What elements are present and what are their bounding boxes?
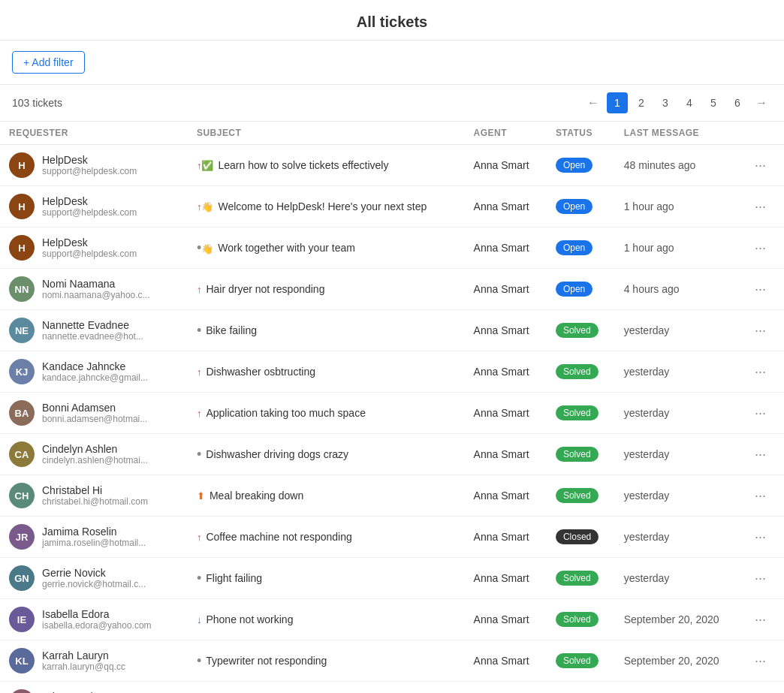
prev-page-button[interactable]: ← <box>583 92 604 113</box>
more-options-button[interactable]: ··· <box>750 280 770 299</box>
table-row[interactable]: KL Karrah Lauryn karrah.lauryn@qq.cc • T… <box>0 640 784 682</box>
more-options-button[interactable]: ··· <box>750 445 770 464</box>
page-3-button[interactable]: 3 <box>655 92 676 113</box>
status-badge: Solved <box>556 653 599 668</box>
subject-text: Dishwasher osbtructing <box>206 366 315 378</box>
table-row[interactable]: GN Gerrie Novick gerrie.novick@hotmail.c… <box>0 558 784 599</box>
more-options-button[interactable]: ··· <box>750 404 770 423</box>
table-row[interactable]: CH Christabel Hi christabel.hi@hotmail.c… <box>0 475 784 517</box>
agent-cell: Anna Smart <box>465 227 547 269</box>
subject-text: Dishwasher driving dogs crazy <box>206 448 348 460</box>
more-options-button[interactable]: ··· <box>750 652 770 670</box>
table-row[interactable]: H HelpDesk support@helpdesk.com ↑✅ Learn… <box>0 145 784 186</box>
subject-cell: ⬆ Meal breaking down <box>197 490 437 502</box>
more-options-button[interactable]: ··· <box>750 487 770 505</box>
pagination: ← 1 2 3 4 5 6 → <box>583 92 772 113</box>
requester-info: Isabella Edora isabella.edora@yahoo.com <box>42 608 152 631</box>
requester-name: Jamima Roselin <box>42 526 146 538</box>
status-cell: Open <box>547 186 615 227</box>
table-row[interactable]: NN Nomi Naamana nomi.naamana@yahoo.c... … <box>0 269 784 310</box>
requester-info: HelpDesk support@helpdesk.com <box>42 154 137 176</box>
status-cell: Solved <box>547 640 615 682</box>
page-1-button[interactable]: 1 <box>607 92 628 113</box>
subject-cell: •👋 Work together with your team <box>197 241 437 255</box>
status-cell: Solved <box>547 351 615 393</box>
table-row[interactable]: CA Cindelyn Ashlen cindelyn.ashlen@hotma… <box>0 434 784 475</box>
table-row[interactable]: BA Bonni Adamsen bonni.adamsen@hotmai...… <box>0 393 784 434</box>
agent-cell: Anna Smart <box>465 640 547 682</box>
tickets-table: REQUESTER SUBJECT AGENT STATUS LAST MESS… <box>0 122 784 693</box>
requester-cell: ES Edy Stoneham edy.stoneham@yahoo.com <box>9 689 179 693</box>
status-badge: Solved <box>556 364 599 379</box>
page-2-button[interactable]: 2 <box>631 92 652 113</box>
more-options-button[interactable]: ··· <box>750 363 770 381</box>
subject-cell: • Flight failing <box>197 571 437 585</box>
priority-icon: • <box>197 447 201 461</box>
more-options-button[interactable]: ··· <box>750 610 770 629</box>
priority-icon: ↓ <box>197 613 202 625</box>
subject-cell: ↑ Coffee machine not responding <box>197 531 437 543</box>
status-badge: Solved <box>556 447 599 462</box>
more-options-button[interactable]: ··· <box>750 528 770 547</box>
table-row[interactable]: JR Jamima Roselin jamima.roselin@hotmail… <box>0 517 784 558</box>
requester-email: karrah.lauryn@qq.cc <box>42 661 125 672</box>
more-options-button[interactable]: ··· <box>750 239 770 258</box>
avatar: BA <box>9 400 35 426</box>
requester-name: HelpDesk <box>42 237 137 249</box>
requester-email: support@helpdesk.com <box>42 207 137 218</box>
actions-cell: ··· <box>741 640 784 682</box>
add-filter-button[interactable]: + Add filter <box>12 51 85 74</box>
subject-text: Learn how to solve tickets effectively <box>218 159 388 171</box>
page-6-button[interactable]: 6 <box>727 92 748 113</box>
priority-icon: ↑ <box>197 366 202 378</box>
page-header: All tickets <box>0 0 784 41</box>
table-row[interactable]: NE Nannette Evadnee nannette.evadnee@hot… <box>0 310 784 351</box>
next-page-button[interactable]: → <box>751 92 772 113</box>
page-5-button[interactable]: 5 <box>703 92 724 113</box>
agent-cell: Anna Smart <box>465 145 547 186</box>
requester-cell: IE Isabella Edora isabella.edora@yahoo.c… <box>9 607 179 632</box>
actions-cell: ··· <box>741 145 784 186</box>
requester-cell: GN Gerrie Novick gerrie.novick@hotmail.c… <box>9 565 179 591</box>
status-cell: Open <box>547 145 615 186</box>
requester-name: Isabella Edora <box>42 608 152 620</box>
subject-cell: ↑👋 Welcome to HelpDesk! Here's your next… <box>197 200 437 212</box>
last-message-cell: September 20, 2020 <box>615 682 741 694</box>
last-message-cell: yesterday <box>615 351 741 393</box>
requester-name: HelpDesk <box>42 195 137 207</box>
table-row[interactable]: H HelpDesk support@helpdesk.com ↑👋 Welco… <box>0 186 784 227</box>
last-message-cell: September 20, 2020 <box>615 599 741 640</box>
table-row[interactable]: KJ Kandace Jahncke kandace.jahncke@gmail… <box>0 351 784 393</box>
requester-name: Nannette Evadnee <box>42 319 143 331</box>
add-filter-label: + Add filter <box>23 56 74 68</box>
last-message-cell: 1 hour ago <box>615 227 741 269</box>
status-cell: Open <box>547 227 615 269</box>
requester-email: nomi.naamana@yahoo.c... <box>42 290 150 300</box>
table-row[interactable]: ES Edy Stoneham edy.stoneham@yahoo.com ⬆… <box>0 682 784 694</box>
last-message-cell: yesterday <box>615 310 741 351</box>
actions-cell: ··· <box>741 186 784 227</box>
status-cell: Closed <box>547 517 615 558</box>
page-4-button[interactable]: 4 <box>679 92 700 113</box>
subject-text: Phone not working <box>206 613 293 625</box>
priority-icon: ↑ <box>197 407 202 419</box>
more-options-button[interactable]: ··· <box>750 156 770 175</box>
subject-cell: ↑ Hair dryer not responding <box>197 283 437 295</box>
table-row[interactable]: IE Isabella Edora isabella.edora@yahoo.c… <box>0 599 784 640</box>
actions-cell: ··· <box>741 227 784 269</box>
subject-text: Application taking too much space <box>206 407 365 419</box>
table-row[interactable]: H HelpDesk support@helpdesk.com •👋 Work … <box>0 227 784 269</box>
requester-name: Christabel Hi <box>42 484 148 496</box>
priority-icon: •👋 <box>197 241 213 255</box>
more-options-button[interactable]: ··· <box>750 197 770 216</box>
requester-cell: JR Jamima Roselin jamima.roselin@hotmail… <box>9 524 179 550</box>
requester-info: Kandace Jahncke kandace.jahncke@gmail... <box>42 360 148 383</box>
more-options-button[interactable]: ··· <box>750 569 770 588</box>
last-message-cell: September 20, 2020 <box>615 640 741 682</box>
agent-cell: Anna Smart <box>465 682 547 694</box>
requester-info: HelpDesk support@helpdesk.com <box>42 195 137 218</box>
agent-cell: Anna Smart <box>465 186 547 227</box>
more-options-button[interactable]: ··· <box>750 321 770 340</box>
ticket-count: 103 tickets <box>12 97 62 109</box>
requester-name: Karrah Lauryn <box>42 649 125 661</box>
